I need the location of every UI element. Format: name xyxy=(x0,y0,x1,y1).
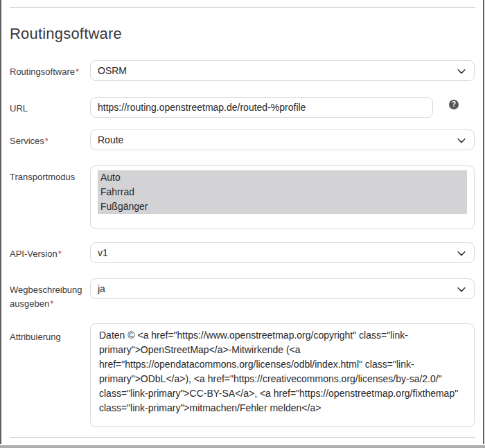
chevron-down-icon xyxy=(457,136,466,145)
routing-settings-form: Routingsoftware* OSRM URL ? Services* Ro… xyxy=(10,60,475,427)
required-asterisk: * xyxy=(58,249,62,259)
field-label: Attribuierung xyxy=(10,332,61,342)
attribuierung-label: Attribuierung xyxy=(10,323,90,344)
help-icon[interactable]: ? xyxy=(449,100,459,109)
transportmodus-label: Transportmodus xyxy=(10,165,90,184)
api-version-select[interactable]: v1 xyxy=(90,242,475,263)
chevron-down-icon xyxy=(457,249,466,258)
required-asterisk: * xyxy=(76,66,79,77)
panel-left-border xyxy=(0,0,1,444)
services-select[interactable]: Route xyxy=(90,129,475,150)
routingsoftware-label: Routingsoftware* xyxy=(10,60,90,79)
field-label: Routingsoftware xyxy=(10,66,75,77)
transportmodus-option-auto[interactable]: Auto xyxy=(98,170,467,185)
page-title: Routingsoftware xyxy=(10,26,485,42)
wegbeschreibung-label: Wegbeschreibung ausgeben* xyxy=(10,278,90,311)
form-row-services: Services* Route xyxy=(10,129,475,150)
top-divider xyxy=(10,7,475,8)
required-asterisk: * xyxy=(45,136,48,146)
form-row-url: URL ? xyxy=(10,97,475,118)
api-version-label: API-Version* xyxy=(10,242,90,261)
form-row-api-version: API-Version* v1 xyxy=(10,242,475,263)
url-label: URL xyxy=(10,97,90,116)
transportmodus-option-fahrrad[interactable]: Fahrrad xyxy=(98,185,467,199)
form-row-wegbeschreibung: Wegbeschreibung ausgeben* ja xyxy=(10,278,475,311)
chevron-down-icon xyxy=(457,285,466,294)
required-asterisk: * xyxy=(50,298,53,309)
chevron-down-icon xyxy=(457,66,466,76)
attribuierung-textarea[interactable]: Daten © <a href="https://www.openstreetm… xyxy=(90,323,475,427)
select-value: Route xyxy=(98,134,123,145)
url-input[interactable] xyxy=(90,97,433,118)
select-value: v1 xyxy=(98,247,108,258)
bottom-divider xyxy=(10,437,475,438)
services-label: Services* xyxy=(10,129,90,148)
form-row-routingsoftware: Routingsoftware* OSRM xyxy=(10,60,475,81)
field-label: URL xyxy=(10,103,28,114)
form-row-transportmodus: Transportmodus Auto Fahrrad Fußgänger xyxy=(10,165,475,229)
form-row-attribuierung: Attribuierung Daten © <a href="https://w… xyxy=(10,323,475,427)
field-label: Services xyxy=(10,136,44,146)
field-label: Transportmodus xyxy=(10,172,75,182)
field-label: API-Version xyxy=(10,249,58,259)
select-value: OSRM xyxy=(98,65,127,76)
routingsoftware-select[interactable]: OSRM xyxy=(90,60,475,81)
panel-right-border xyxy=(483,0,484,444)
field-label: Wegbeschreibung ausgeben xyxy=(10,285,82,309)
transportmodus-listbox[interactable]: Auto Fahrrad Fußgänger xyxy=(90,165,475,229)
transportmodus-option-fussgaenger[interactable]: Fußgänger xyxy=(98,199,467,214)
select-value: ja xyxy=(98,283,105,294)
wegbeschreibung-select[interactable]: ja xyxy=(90,278,475,299)
footer-strip xyxy=(0,445,485,448)
